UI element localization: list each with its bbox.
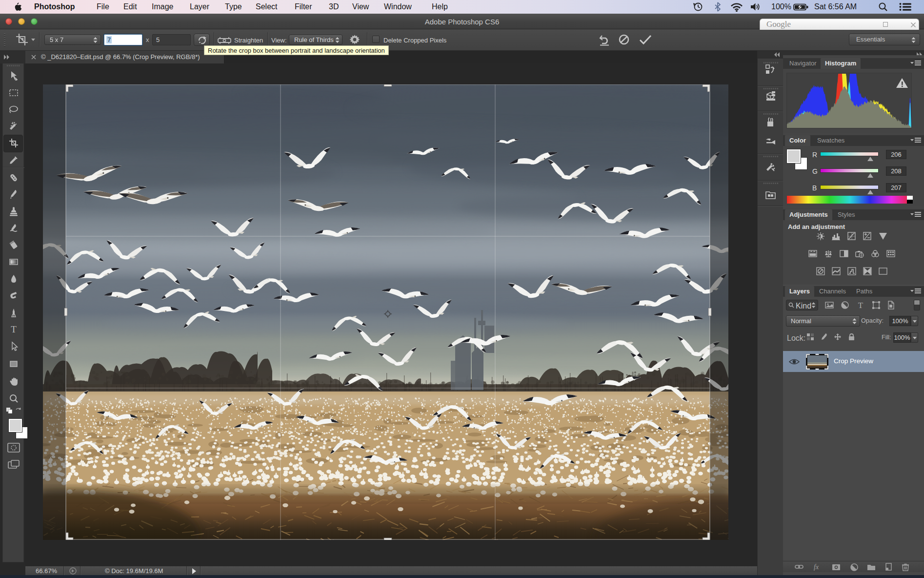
svg-text:T: T (11, 324, 17, 334)
svg-text:T: T (858, 301, 864, 310)
svg-text:fx: fx (814, 563, 819, 571)
